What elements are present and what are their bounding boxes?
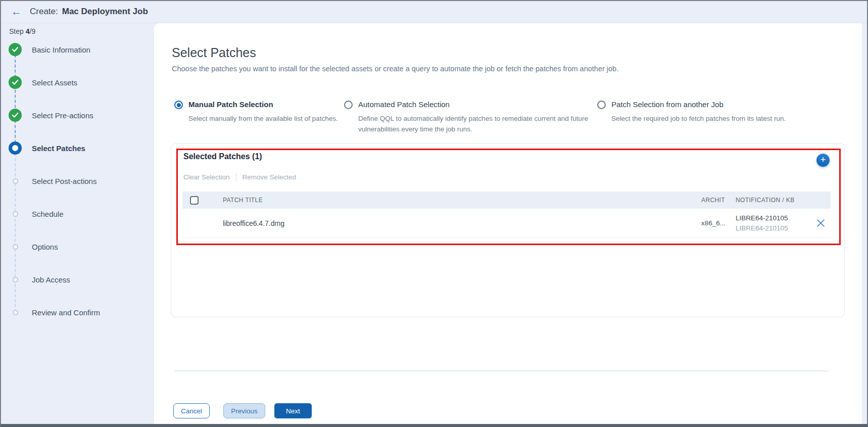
step-label: Select Pre-actions (32, 111, 93, 120)
pending-step-icon (9, 174, 22, 187)
kb-value-secondary: LIBRE64-210105 (736, 223, 810, 233)
main-content: Select Patches Choose the patches you wa… (154, 23, 862, 424)
radio-patch-selection-from-job[interactable] (597, 101, 606, 109)
option-label[interactable]: Manual Patch Selection (188, 100, 341, 109)
column-header-notification-kb: NOTIFICATION / KB (736, 197, 810, 204)
select-all-checkbox[interactable] (190, 196, 199, 205)
check-circle-icon (9, 109, 22, 122)
plus-icon: + (820, 154, 826, 165)
sidebar-step-review-and-confirm[interactable]: Review and Confirm (9, 306, 100, 319)
job-title: Mac Deployment Job (62, 7, 148, 17)
action-divider (236, 173, 236, 181)
page-title: Select Patches (172, 45, 256, 60)
patch-table: PATCH TITLE ARCHIT NOTIFICATION / KB lib… (182, 192, 831, 238)
footer-divider (174, 370, 829, 371)
step-label: Basic Information (32, 45, 90, 54)
page-header: ← Create: Mac Deployment Job (0, 0, 868, 23)
step-label: Schedule (32, 210, 64, 218)
pending-step-icon (9, 273, 22, 286)
step-label: Options (32, 243, 58, 251)
step-label: Job Access (32, 275, 70, 284)
option-label[interactable]: Patch Selection from another Job (611, 100, 840, 109)
selected-patches-card: Selected Patches (1) + Clear Selection R… (171, 143, 845, 317)
back-arrow-icon[interactable]: ← (11, 6, 22, 17)
wizard-sidebar: Step 4/9 Basic Information Select Assets… (0, 23, 154, 424)
table-header-row: PATCH TITLE ARCHIT NOTIFICATION / KB (182, 192, 831, 209)
sidebar-step-options[interactable]: Options (9, 240, 58, 253)
step-connector-done (15, 50, 16, 148)
option-patch-selection-from-job: Patch Selection from another Job Select … (597, 100, 840, 124)
step-indicator: Step 4/9 (9, 27, 35, 35)
option-description: Define QQL to automatically identify pat… (358, 113, 598, 134)
option-description: Select the required job to fetch patches… (611, 113, 840, 124)
pending-step-icon (9, 240, 22, 253)
option-description: Select manually from the available list … (188, 113, 341, 124)
notification-kb-cell: LIBRE64-210105 LIBRE64-210105 (736, 213, 810, 233)
sidebar-step-schedule[interactable]: Schedule (9, 207, 64, 220)
previous-button[interactable]: Previous (223, 403, 265, 418)
kb-value-primary: LIBRE64-210105 (736, 213, 810, 223)
table-row[interactable]: libreoffice6.4.7.dmg x86_6... LIBRE64-21… (182, 209, 831, 238)
option-label[interactable]: Automated Patch Selection (358, 100, 597, 109)
selected-patches-title: Selected Patches (1) (183, 152, 262, 161)
column-header-architecture: ARCHIT (701, 197, 736, 204)
step-connector-todo (15, 148, 16, 312)
check-circle-icon (9, 76, 22, 89)
check-circle-icon (9, 43, 22, 56)
option-automated-patch-selection: Automated Patch Selection Define QQL to … (344, 100, 597, 134)
remove-selected-link[interactable]: Remove Selected (243, 173, 297, 181)
column-header-patch-title: PATCH TITLE (223, 197, 701, 204)
current-step-icon (9, 141, 22, 155)
add-patch-button[interactable]: + (816, 154, 830, 167)
pending-step-icon (9, 306, 22, 319)
pending-step-icon (9, 207, 22, 220)
patch-title-cell: libreoffice6.4.7.dmg (223, 219, 701, 227)
option-manual-patch-selection: Manual Patch Selection Select manually f… (174, 100, 341, 124)
sidebar-step-basic-information[interactable]: Basic Information (9, 43, 90, 56)
step-label: Select Assets (32, 78, 77, 87)
sidebar-step-job-access[interactable]: Job Access (9, 273, 70, 286)
architecture-cell: x86_6... (701, 219, 736, 227)
remove-row-icon[interactable] (816, 219, 825, 227)
sidebar-step-select-assets[interactable]: Select Assets (9, 76, 77, 89)
sidebar-step-select-patches[interactable]: Select Patches (9, 141, 85, 155)
clear-selection-link[interactable]: Clear Selection (183, 173, 230, 181)
page-subtitle: Choose the patches you want to install f… (172, 65, 618, 73)
radio-automated-patch-selection[interactable] (344, 101, 353, 109)
card-actions: Clear Selection Remove Selected (183, 173, 296, 181)
radio-manual-patch-selection[interactable] (174, 101, 183, 109)
create-label: Create: (30, 7, 58, 17)
step-label: Select Patches (32, 144, 85, 153)
sidebar-step-select-pre-actions[interactable]: Select Pre-actions (9, 109, 93, 122)
step-label: Select Post-actions (32, 177, 97, 185)
cancel-button[interactable]: Cancel (173, 403, 210, 418)
next-button[interactable]: Next (274, 403, 312, 418)
step-label: Review and Confirm (32, 308, 100, 317)
sidebar-step-select-post-actions[interactable]: Select Post-actions (9, 174, 97, 187)
